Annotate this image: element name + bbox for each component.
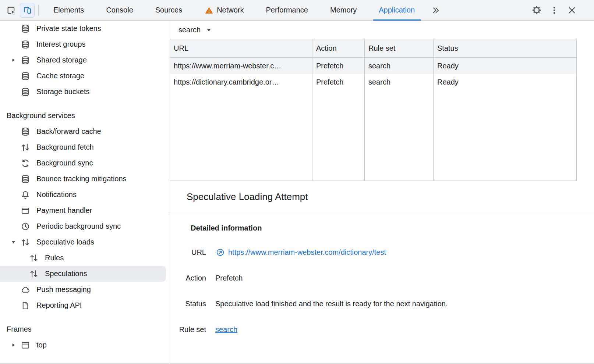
bell-icon [21,190,30,200]
sidebar-item-label: Reporting API [36,301,82,310]
sidebar-item-payment-handler[interactable]: Payment handler [0,203,169,218]
database-icon [21,56,30,65]
tab-label: Console [106,6,133,14]
inspect-element-button[interactable] [4,3,18,18]
filter-caret-icon [204,25,213,35]
sidebar-item-periodic-background-sync[interactable]: Periodic background sync [0,218,169,234]
sidebar-item-label: Speculations [45,270,87,278]
sidebar-item-back-forward-cache[interactable]: Back/forward cache [0,124,169,139]
sidebar-item-storage-buckets[interactable]: Storage buckets [0,84,169,100]
tab-label: Sources [155,6,182,14]
expand-arrow-icon[interactable] [6,58,21,63]
tab-memory[interactable]: Memory [319,0,368,21]
sidebar-item-label: Bounce tracking mitigations [36,175,127,183]
devtools-menu-button[interactable] [547,3,562,18]
close-devtools-button[interactable] [565,3,579,18]
detail-label: Rule set [169,325,206,334]
row-0-cell-rule-set[interactable]: search [365,58,434,74]
reveal-request-icon[interactable] [215,248,225,257]
sidebar-item-background-sync[interactable]: Background sync [0,155,169,171]
sidebar-item-label: Cache storage [36,72,84,80]
tab-performance[interactable]: Performance [255,0,319,21]
sidebar-item-bounce-tracking-mitigations[interactable]: Bounce tracking mitigations [0,171,169,187]
row-1-cell-action[interactable]: Prefetch [312,74,365,90]
database-icon [21,87,30,97]
speculations-table: URLActionRule setStatushttps://www.merri… [170,39,577,181]
main-panel: search URLActionRule setStatushttps://ww… [169,21,594,363]
sidebar-section-frames: Frames [0,321,169,337]
attempt-details: Detailed information URLhttps://www.merr… [169,213,594,336]
clock-icon [21,222,30,231]
toggle-device-toolbar-button[interactable] [20,3,35,18]
tab-strip: ElementsConsoleSourcesNetworkPerformance… [42,0,426,21]
tab-application[interactable]: Application [368,0,426,21]
collapse-arrow-icon[interactable] [6,240,21,245]
row-1-cell-url[interactable]: https://dictionary.cambridge.or… [170,74,312,90]
sidebar-item-notifications[interactable]: Notifications [0,187,169,203]
tab-label: Network [217,6,244,14]
payment-card-icon [21,206,30,215]
tab-network[interactable]: Network [193,0,255,21]
sidebar-item-push-messaging[interactable]: Push messaging [0,282,169,297]
settings-button[interactable] [529,3,544,18]
database-icon [21,71,30,81]
sidebar-item-label: Shared storage [36,56,87,64]
row-0-cell-url[interactable]: https://www.merriam-webster.c… [170,58,312,74]
attempt-url-link[interactable]: https://www.merriam-webster.com/dictiona… [228,248,386,257]
frame-icon [21,340,30,350]
table-empty-area [365,90,434,181]
row-1-cell-status[interactable]: Ready [434,74,576,90]
sidebar-item-label: Background sync [36,159,93,167]
sidebar-item-label: Back/forward cache [36,127,101,136]
attempt-title: Speculative Loading Attempt [187,191,308,203]
sidebar-item-background-fetch[interactable]: Background fetch [0,139,169,155]
ruleset-filter-dropdown[interactable]: search [178,25,213,35]
arrows-up-down-icon [29,269,39,279]
tab-sources[interactable]: Sources [144,0,193,21]
detail-row-url: URLhttps://www.merriam-webster.com/dicti… [169,246,594,258]
row-0-cell-action[interactable]: Prefetch [312,58,365,74]
table-empty-area [170,90,312,181]
sidebar-item-private-state-tokens[interactable]: Private state tokens [0,21,169,36]
details-heading: Detailed information [191,223,594,233]
ruleset-link[interactable]: search [215,325,237,334]
sidebar-item-label: top [36,341,47,349]
tab-elements[interactable]: Elements [42,0,95,21]
sidebar-item-cache-storage[interactable]: Cache storage [0,68,169,84]
sidebar-item-rules[interactable]: Rules [0,250,169,266]
sidebar-item-shared-storage[interactable]: Shared storage [0,52,169,68]
column-header-rule-set[interactable]: Rule set [365,39,434,58]
tab-label: Memory [330,6,357,14]
sidebar-item-top[interactable]: top [0,337,169,353]
sidebar-item-label: Interest groups [36,40,85,49]
column-header-status[interactable]: Status [434,39,576,58]
details-fields: URLhttps://www.merriam-webster.com/dicti… [169,246,594,336]
row-0-cell-status[interactable]: Ready [434,58,576,74]
device-toolbar-icon [22,6,32,15]
row-1-cell-rule-set[interactable]: search [365,74,434,90]
detail-value: Speculative load finished and the result… [215,300,448,308]
attempt-section-header: Speculative Loading Attempt [169,181,594,213]
arrows-up-down-icon [21,238,30,247]
column-header-action[interactable]: Action [312,39,365,58]
tab-console[interactable]: Console [95,0,144,21]
devtools-content: Private state tokensInterest groupsShare… [0,21,594,363]
database-icon [21,174,30,184]
more-tabs-button[interactable] [426,0,446,21]
application-panel-sidebar: Private state tokensInterest groupsShare… [0,21,169,363]
document-icon [21,301,30,310]
sidebar-item-label: Periodic background sync [36,222,121,231]
sidebar-item-speculative-loads[interactable]: Speculative loads [0,234,169,250]
column-header-url[interactable]: URL [170,39,312,58]
sidebar-item-interest-groups[interactable]: Interest groups [0,36,169,52]
toolbar-separator [38,5,39,16]
filter-bar: search [169,21,594,39]
database-icon [21,24,30,33]
sidebar-item-speculations[interactable]: Speculations [0,266,166,282]
sidebar-item-label: Rules [45,254,64,262]
network-warning-icon [204,6,214,15]
sidebar-item-reporting-api[interactable]: Reporting API [0,297,169,313]
detail-label: Action [169,274,206,282]
table-empty-area [312,90,365,181]
expand-arrow-icon[interactable] [6,343,21,347]
